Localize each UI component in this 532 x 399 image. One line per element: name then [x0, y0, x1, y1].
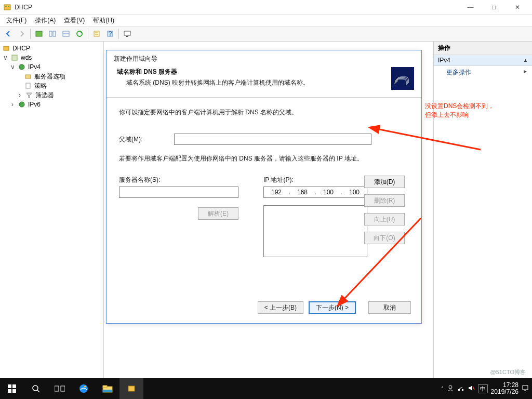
tray-people-icon[interactable] — [447, 384, 454, 393]
menu-action[interactable]: 操作(A) — [31, 15, 60, 26]
svg-point-33 — [84, 386, 86, 388]
svg-point-28 — [33, 385, 38, 391]
menu-help[interactable]: 帮助(H) — [89, 15, 118, 26]
system-tray: ˄ 中 17:28 2019/7/26 — [441, 382, 532, 395]
actions-group-header[interactable]: IPv4 ▲ — [434, 55, 532, 66]
ip-octet-1[interactable]: 192 — [265, 189, 288, 196]
ip-octet-3[interactable]: 100 — [317, 189, 340, 196]
tree-server[interactable]: ∨ wds — [1, 53, 102, 62]
tree-expand-icon[interactable]: › — [9, 101, 16, 108]
tray-ime[interactable]: 中 — [478, 384, 488, 393]
dhcp-icon — [2, 44, 10, 52]
svg-text:?: ? — [109, 30, 112, 37]
toolbar-view2-button[interactable] — [60, 28, 72, 40]
tree-label: 服务器选项 — [34, 72, 65, 81]
svg-rect-36 — [103, 390, 112, 392]
wizard-body: 你可以指定要网络中的客户端计算机用于解析 DNS 名称的父域。 父域(M): 若… — [107, 98, 421, 294]
svg-point-38 — [449, 385, 452, 389]
svg-rect-35 — [103, 385, 107, 388]
menu-file[interactable]: 文件(F) — [2, 15, 31, 26]
ie-icon[interactable] — [72, 378, 96, 399]
tray-notifications-icon[interactable] — [522, 384, 529, 393]
move-up-button[interactable]: 向上(U) — [364, 213, 405, 225]
tree-label: IPv4 — [28, 63, 41, 71]
tray-network-icon[interactable] — [457, 384, 464, 393]
actions-pane: 操作 IPv4 ▲ 更多操作 — [433, 42, 532, 378]
toolbar-refresh-button[interactable] — [73, 28, 86, 40]
servername-input[interactable] — [119, 187, 238, 198]
servername-label: 服务器名称(S): — [119, 176, 238, 184]
svg-rect-27 — [12, 389, 16, 393]
explorer-icon[interactable] — [96, 378, 119, 399]
svg-rect-39 — [458, 389, 460, 391]
toolbar-help-button[interactable]: ? — [104, 28, 116, 40]
tree-collapse-icon[interactable]: ∨ — [9, 63, 16, 71]
tree-label: IPv6 — [28, 101, 41, 108]
svg-rect-24 — [8, 384, 11, 388]
svg-rect-43 — [523, 385, 528, 390]
start-button[interactable] — [0, 378, 24, 399]
svg-rect-14 — [124, 31, 130, 35]
tree-filters[interactable]: › 筛选器 — [1, 90, 102, 100]
svg-rect-16 — [4, 46, 9, 50]
add-button[interactable]: 添加(D) — [364, 176, 405, 188]
wizard-subtitle: 域名系统 (DNS) 映射并转换网络上的客户端计算机使用的域名称。 — [126, 78, 391, 87]
resolve-button[interactable]: 解析(E) — [198, 207, 238, 220]
svg-rect-4 — [49, 31, 52, 36]
tree-policies[interactable]: 策略 — [1, 81, 102, 90]
toolbar-view1-button[interactable] — [46, 28, 59, 40]
actions-more[interactable]: 更多操作 — [434, 66, 532, 79]
dns-servers-listbox[interactable] — [263, 205, 367, 257]
parent-domain-label: 父域(M): — [119, 135, 169, 144]
window-close-button[interactable]: ✕ — [506, 0, 529, 15]
wizard-banner-icon — [391, 67, 414, 90]
tree-expand-icon[interactable]: › — [17, 91, 23, 99]
ip-address-input[interactable]: 192. 168. 100. 100 — [263, 187, 367, 198]
svg-rect-0 — [4, 5, 10, 10]
back-button[interactable]: < 上一步(B) — [258, 301, 303, 314]
svg-rect-25 — [12, 384, 16, 388]
toolbar-display-button[interactable] — [121, 28, 134, 40]
options-icon — [24, 72, 32, 81]
cancel-button[interactable]: 取消 — [368, 301, 411, 314]
tree-collapse-icon[interactable]: ∨ — [2, 54, 8, 61]
parent-domain-input[interactable] — [174, 134, 371, 145]
wizard-heading: 域名称和 DNS 服务器 — [117, 68, 391, 76]
toolbar: ? — [0, 26, 532, 42]
toolbar-back-button[interactable] — [2, 28, 15, 40]
tree-ipv6[interactable]: › IPv6 — [1, 100, 102, 109]
window-minimize-button[interactable]: — — [459, 0, 482, 15]
move-down-button[interactable]: 向下(O) — [364, 232, 405, 244]
svg-rect-37 — [128, 386, 135, 391]
toolbar-props-button[interactable] — [90, 28, 103, 40]
svg-rect-40 — [462, 389, 463, 391]
window-maximize-button[interactable]: □ — [482, 0, 506, 15]
tree-ipv4[interactable]: ∨ IPv4 — [1, 62, 102, 72]
dhcp-task-icon[interactable] — [119, 378, 143, 399]
wizard-desc1: 你可以指定要网络中的客户端计算机用于解析 DNS 名称的父域。 — [119, 108, 409, 117]
tree-dhcp-root[interactable]: DHCP — [1, 44, 102, 53]
window-title: DHCP — [15, 4, 459, 11]
svg-point-18 — [19, 64, 24, 70]
ip-octet-4[interactable]: 100 — [343, 189, 366, 196]
svg-rect-1 — [5, 6, 7, 7]
tree-label: DHCP — [12, 45, 30, 52]
ip-octet-2[interactable]: 168 — [291, 189, 314, 196]
svg-line-42 — [473, 387, 474, 390]
taskview-button[interactable] — [48, 378, 72, 399]
svg-point-21 — [19, 102, 24, 107]
ipv6-icon — [18, 100, 26, 109]
tray-volume-icon[interactable] — [468, 384, 475, 393]
tree-server-options[interactable]: 服务器选项 — [1, 72, 102, 81]
toolbar-showhide-button[interactable] — [33, 28, 45, 40]
tree-label: wds — [21, 54, 32, 61]
toolbar-forward-button[interactable] — [16, 28, 28, 40]
tray-chevron-icon[interactable]: ˄ — [441, 386, 444, 392]
tray-clock[interactable]: 17:28 2019/7/26 — [491, 382, 518, 395]
menu-view[interactable]: 查看(V) — [60, 15, 89, 26]
next-button[interactable]: 下一步(N) > — [309, 301, 356, 314]
ip-label: IP 地址(P): — [263, 176, 367, 184]
search-button[interactable] — [24, 378, 48, 399]
remove-button[interactable]: 删除(R) — [364, 194, 405, 207]
wizard-header: 新建作用域向导 域名称和 DNS 服务器 域名系统 (DNS) 映射并转换网络上… — [107, 50, 421, 98]
